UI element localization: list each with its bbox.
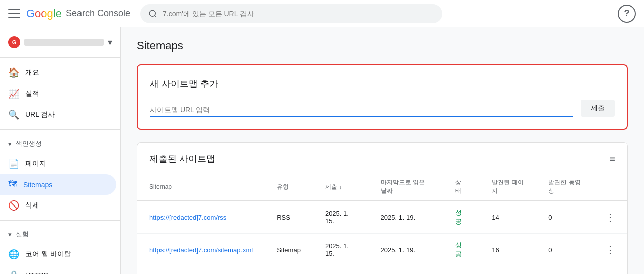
cell-submitted-1: 2025. 1. 15. [313, 234, 369, 266]
cell-videos-0: 0 [536, 201, 593, 234]
logo: Google Search Console [26, 7, 130, 20]
google-logo: Google [26, 7, 62, 20]
sidebar-item-pages-label: 페이지 [25, 159, 46, 168]
pages-icon: 📄 [8, 158, 19, 169]
sidebar-item-https-label: HTTPS [25, 271, 48, 274]
more-options-icon-0[interactable]: ⋮ [605, 212, 615, 223]
cell-status-0: 성공 [443, 201, 479, 234]
svg-point-0 [149, 10, 155, 16]
topbar: Google Search Console ? [0, 0, 644, 27]
cell-pages-0: 14 [479, 201, 536, 234]
sitemap-table: Sitemap 유형 제출 ↓ 마지막으로 읽은 날짜 상태 발견된 페이지 발… [137, 173, 627, 266]
layout: G ▾ 🏠 개요 📈 실적 🔍 URL 검사 ▾ 색인생성 📄 페이지 [0, 27, 644, 274]
col-discovered-pages: 발견된 페이지 [479, 173, 536, 201]
submitted-title: 제출된 사이트맵 [149, 153, 215, 165]
sidebar-item-performance-label: 실적 [25, 89, 39, 98]
col-sitemap: Sitemap [137, 173, 265, 201]
chevron-down-icon-experiments: ▾ [8, 231, 12, 238]
page-title: Sitemaps [137, 39, 628, 52]
search-console-logo: Search Console [66, 8, 130, 19]
col-type: 유형 [265, 173, 313, 201]
submitted-sitemaps-card: 제출된 사이트맵 ≡ Sitemap 유형 제출 ↓ 마지막으로 읽은 날짜 상… [137, 142, 628, 274]
site-dropdown-icon[interactable]: ▾ [108, 37, 112, 48]
section-indexing-header[interactable]: ▾ 색인생성 [0, 134, 120, 153]
sidebar-divider-indexing [0, 129, 120, 130]
home-icon: 🏠 [8, 67, 19, 78]
sitemap-url-link-1[interactable]: https://[redacted]7.com/sitemap.xml [149, 246, 253, 254]
col-last-read: 마지막으로 읽은 날짜 [369, 173, 444, 201]
sidebar-item-removals-label: 삭제 [25, 201, 39, 210]
search-bar[interactable] [140, 4, 442, 23]
add-sitemap-input-row: 제출 [150, 100, 615, 117]
col-submitted[interactable]: 제출 ↓ [313, 173, 369, 201]
col-actions [593, 173, 627, 201]
section-experiments-header[interactable]: ▾ 실험 [0, 225, 120, 244]
col-submitted-label: 제출 [325, 183, 337, 190]
col-status: 상태 [443, 173, 479, 201]
sidebar-item-performance[interactable]: 📈 실적 [0, 83, 116, 104]
cell-type-0: RSS [265, 201, 313, 234]
sidebar: G ▾ 🏠 개요 📈 실적 🔍 URL 검사 ▾ 색인생성 📄 페이지 [0, 27, 121, 274]
sidebar-item-cwv-label: 코어 웹 바이탈 [25, 250, 71, 259]
table-row: https://[redacted]7.com/sitemap.xml Site… [137, 234, 627, 266]
table-row: https://[redacted]7.com/rss RSS 2025. 1.… [137, 201, 627, 234]
add-sitemap-title: 새 사이트맵 추가 [150, 78, 615, 90]
topbar-right: ? [618, 5, 636, 23]
add-sitemap-card: 새 사이트맵 추가 제출 [137, 64, 628, 130]
sidebar-divider-experiments [0, 220, 120, 221]
sidebar-item-url-inspection[interactable]: 🔍 URL 검사 [0, 104, 116, 125]
submit-button[interactable]: 제출 [581, 100, 615, 117]
cell-submitted-0: 2025. 1. 15. [313, 201, 369, 234]
cell-url-0: https://[redacted]7.com/rss [137, 201, 265, 234]
cell-pages-1: 16 [479, 234, 536, 266]
cell-type-1: Sitemap [265, 234, 313, 266]
sidebar-item-overview[interactable]: 🏠 개요 [0, 62, 116, 83]
cell-status-1: 성공 [443, 234, 479, 266]
sidebar-item-overview-label: 개요 [25, 68, 39, 77]
cell-last-read-0: 2025. 1. 19. [369, 201, 444, 234]
sidebar-item-url-inspection-label: URL 검사 [25, 110, 55, 119]
cell-videos-1: 0 [536, 234, 593, 266]
sidebar-item-cwv[interactable]: 🌐 코어 웹 바이탈 [0, 244, 116, 265]
cell-url-1: https://[redacted]7.com/sitemap.xml [137, 234, 265, 266]
main-content: Sitemaps 새 사이트맵 추가 제출 제출된 사이트맵 ≡ Sitemap [121, 27, 644, 274]
sidebar-item-https[interactable]: 🔒 HTTPS [0, 265, 116, 274]
svg-line-1 [155, 15, 156, 17]
sort-icon: ↓ [339, 183, 342, 190]
https-icon: 🔒 [8, 270, 19, 274]
sitemap-url-link-0[interactable]: https://[redacted]7.com/rss [149, 214, 226, 221]
sidebar-divider-top [0, 57, 120, 58]
sidebar-item-removals[interactable]: 🚫 삭제 [0, 195, 116, 216]
search-icon [148, 9, 157, 18]
removals-icon: 🚫 [8, 200, 19, 211]
status-badge-1: 성공 [455, 241, 462, 258]
filter-icon[interactable]: ≡ [609, 153, 615, 165]
col-discovered-videos: 발견한 동영상 [536, 173, 593, 201]
search-input[interactable] [163, 10, 434, 18]
search-icon-sidebar: 🔍 [8, 109, 19, 120]
menu-icon[interactable] [8, 8, 20, 20]
section-experiments-label: 실험 [16, 230, 29, 239]
sidebar-item-pages[interactable]: 📄 페이지 [0, 153, 116, 174]
site-favicon: G [8, 36, 20, 48]
cwv-icon: 🌐 [8, 249, 19, 260]
chevron-down-icon: ▾ [8, 140, 12, 148]
section-indexing-label: 색인생성 [16, 139, 42, 148]
sidebar-item-sitemaps-label: Sitemaps [23, 181, 52, 189]
submitted-card-header: 제출된 사이트맵 ≡ [137, 143, 627, 173]
sitemap-url-input[interactable] [150, 104, 573, 116]
status-badge-0: 성공 [455, 209, 462, 225]
sitemap-url-input-wrapper [150, 104, 573, 117]
help-icon[interactable]: ? [618, 5, 636, 23]
cell-last-read-1: 2025. 1. 19. [369, 234, 444, 266]
pagination: 페이지당 행 수: 10 ▾ 총 2행 중 1~2 ‹ › [137, 266, 627, 274]
sidebar-item-sitemaps[interactable]: 🗺 Sitemaps [0, 174, 116, 195]
more-options-icon-1[interactable]: ⋮ [605, 244, 615, 255]
cell-more-1: ⋮ [593, 234, 627, 266]
cell-more-0: ⋮ [593, 201, 627, 234]
sitemaps-icon: 🗺 [8, 179, 17, 190]
site-selector[interactable]: G ▾ [0, 31, 120, 53]
performance-icon: 📈 [8, 88, 19, 99]
table-header-row: Sitemap 유형 제출 ↓ 마지막으로 읽은 날짜 상태 발견된 페이지 발… [137, 173, 627, 201]
